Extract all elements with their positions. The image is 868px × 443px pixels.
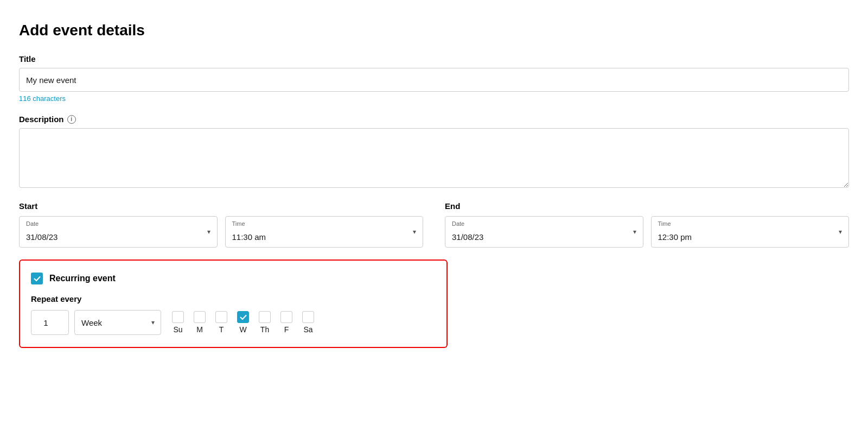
end-date-value: 31/08/23	[452, 232, 483, 242]
end-time-select[interactable]: Time 12:30 pm ▾	[651, 216, 850, 248]
description-input[interactable]	[19, 128, 849, 188]
day-item-t: T	[215, 311, 227, 334]
end-fields: Date 31/08/23 ▾ Time 12:30 pm ▾	[445, 216, 849, 248]
recurring-label: Recurring event	[49, 274, 116, 283]
end-date-wrapper: Date 31/08/23 ▾	[445, 216, 643, 248]
end-date-arrow-icon: ▾	[633, 228, 636, 236]
day-checkbox-m[interactable]	[194, 311, 206, 323]
description-label: Description i	[19, 115, 849, 124]
description-info-icon[interactable]: i	[67, 115, 76, 124]
datetime-row: Start Date 31/08/23 ▾ Time 11:30 am ▾	[19, 201, 849, 248]
start-time-value: 11:30 am	[232, 232, 266, 242]
day-checkbox-f[interactable]	[280, 311, 292, 323]
start-date-wrapper: Date 31/08/23 ▾	[19, 216, 218, 248]
end-time-wrapper: Time 12:30 pm ▾	[651, 216, 850, 248]
start-time-arrow-icon: ▾	[413, 228, 416, 236]
day-checkbox-th[interactable]	[259, 311, 271, 323]
repeat-controls: Week Day Month Year ▾ Su M T W Th F Sa	[31, 310, 436, 335]
repeat-unit-wrapper: Week Day Month Year ▾	[74, 310, 161, 335]
end-time-arrow-icon: ▾	[839, 228, 842, 236]
day-item-sa: Sa	[302, 311, 314, 334]
start-date-label: Date	[26, 220, 39, 227]
end-group: End Date 31/08/23 ▾ Time 12:30 pm ▾	[445, 201, 849, 248]
start-group: Start Date 31/08/23 ▾ Time 11:30 am ▾	[19, 201, 423, 248]
repeat-unit-select[interactable]: Week Day Month Year	[74, 310, 161, 335]
recurring-checkbox[interactable]	[31, 273, 43, 284]
start-time-label: Time	[232, 220, 245, 227]
title-input[interactable]	[19, 68, 849, 92]
day-checkboxes: Su M T W Th F Sa	[172, 311, 314, 334]
day-checkbox-w[interactable]	[237, 311, 249, 323]
day-label-f: F	[284, 325, 289, 334]
start-time-select[interactable]: Time 11:30 am ▾	[225, 216, 424, 248]
repeat-every-label: Repeat every	[31, 294, 436, 303]
title-field-group: Title 116 characters	[19, 54, 849, 103]
start-time-wrapper: Time 11:30 am ▾	[225, 216, 424, 248]
day-checkbox-sa[interactable]	[302, 311, 314, 323]
end-label: End	[445, 201, 849, 211]
day-label-su: Su	[173, 325, 182, 334]
end-date-select[interactable]: Date 31/08/23 ▾	[445, 216, 643, 248]
start-date-value: 31/08/23	[26, 232, 58, 242]
day-label-m: M	[196, 325, 203, 334]
day-label-t: T	[219, 325, 224, 334]
page-title: Add event details	[19, 22, 849, 39]
day-item-su: Su	[172, 311, 184, 334]
end-time-value: 12:30 pm	[658, 232, 692, 242]
end-time-label: Time	[658, 220, 671, 227]
end-date-label: Date	[452, 220, 464, 227]
day-item-m: M	[194, 311, 206, 334]
start-date-arrow-icon: ▾	[207, 228, 210, 236]
repeat-number-input[interactable]	[31, 310, 69, 335]
day-label-sa: Sa	[303, 325, 312, 334]
recurring-section: Recurring event Repeat every Week Day Mo…	[19, 260, 448, 348]
day-item-w: W	[237, 311, 249, 334]
day-item-f: F	[280, 311, 292, 334]
day-checkbox-t[interactable]	[215, 311, 227, 323]
title-label: Title	[19, 54, 849, 64]
day-item-th: Th	[259, 311, 271, 334]
start-date-select[interactable]: Date 31/08/23 ▾	[19, 216, 218, 248]
recurring-header: Recurring event	[31, 273, 436, 284]
start-fields: Date 31/08/23 ▾ Time 11:30 am ▾	[19, 216, 423, 248]
day-checkbox-su[interactable]	[172, 311, 184, 323]
day-label-th: Th	[260, 325, 269, 334]
char-count: 116 characters	[19, 94, 849, 103]
description-field-group: Description i	[19, 115, 849, 189]
day-label-w: W	[239, 325, 246, 334]
start-label: Start	[19, 201, 423, 211]
